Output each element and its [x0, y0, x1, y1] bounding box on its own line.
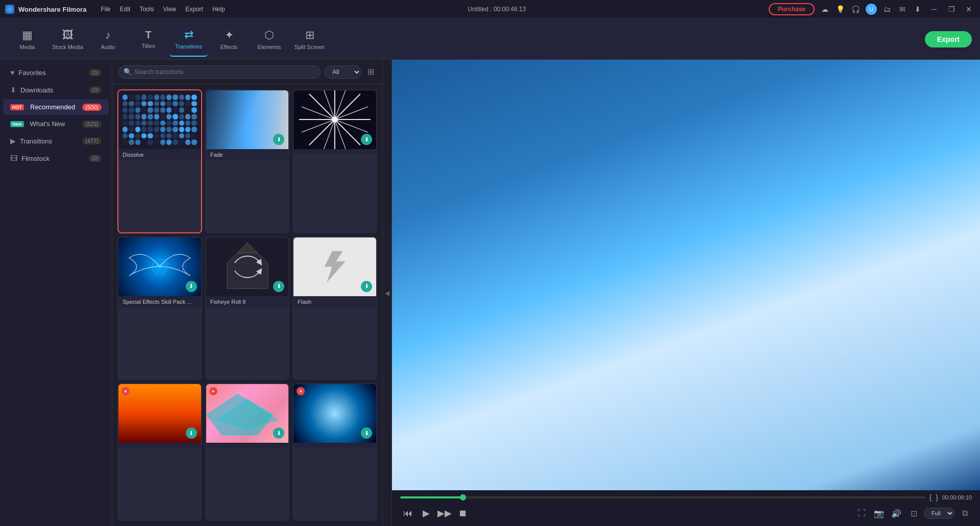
- sidebar-item-transitions[interactable]: ▶ Transitions (477): [3, 133, 109, 149]
- rewind-button[interactable]: ⏮: [400, 506, 415, 521]
- app-logo-icon: [5, 5, 14, 14]
- transitions-panel: 🔍 All Basic 3D ⊞ for(let i=0;i<96;i++) d…: [112, 60, 383, 526]
- search-input[interactable]: [118, 65, 321, 79]
- video-preview: [392, 60, 980, 490]
- filmstock-count: (0): [89, 155, 102, 162]
- titles-icon: T: [145, 29, 151, 41]
- export-button[interactable]: Export: [925, 31, 972, 47]
- mark-out-button[interactable]: }: [936, 493, 938, 501]
- search-icon: 🔍: [124, 68, 132, 76]
- cloud-icon[interactable]: ☁: [820, 4, 830, 14]
- tool-effects[interactable]: ✦ Effects: [210, 22, 248, 57]
- lightbulb-icon[interactable]: 💡: [835, 4, 845, 14]
- special-download-icon[interactable]: ⬇: [186, 281, 197, 292]
- tool-media[interactable]: ▦ Media: [8, 22, 46, 57]
- transition-thumb-sunburst: ⬇: [293, 90, 376, 149]
- progress-track[interactable]: [400, 496, 925, 498]
- transition-thumb-fire: ♥ ⬇: [118, 384, 201, 443]
- app-name: Wondershare Filmora: [18, 6, 86, 13]
- filter-dropdown[interactable]: All Basic 3D: [325, 65, 361, 79]
- controls-row: ⏮ ▶ ▶▶ ⏹ ⛶ 📷 🔊 ⊡ Full 1/2 1/4 ⧉: [400, 504, 972, 523]
- storage-icon[interactable]: 🗂: [882, 4, 892, 14]
- transition-card-dissolve[interactable]: for(let i=0;i<96;i++) document.write('<d…: [117, 89, 202, 233]
- transition-label-special: Special Effects Skill Pack ...: [118, 296, 201, 307]
- transition-card-burst[interactable]: ♥ ⬇: [292, 383, 377, 521]
- sidebar-item-filmstock[interactable]: 🎞 Filmstock (0): [3, 150, 109, 166]
- fire-download-icon[interactable]: ⬇: [186, 427, 197, 439]
- snapshot-button[interactable]: 📷: [872, 506, 886, 520]
- menu-tools[interactable]: Tools: [139, 6, 154, 13]
- volume-button[interactable]: 🔊: [889, 506, 903, 520]
- transition-label-fisheye: Fisheye Roll 8: [206, 296, 289, 307]
- transition-thumb-geo: ♥ ⬇: [206, 384, 289, 443]
- user-avatar[interactable]: U: [866, 4, 877, 15]
- menu-help[interactable]: Help: [212, 6, 225, 13]
- split-screen-label: Split Screen: [295, 44, 325, 50]
- download-icon[interactable]: ⬇: [913, 4, 923, 14]
- transition-thumb-flash: ⬇: [293, 237, 376, 296]
- grid-toggle-button[interactable]: ⊞: [365, 65, 376, 79]
- transition-thumb-dissolve: for(let i=0;i<96;i++) document.write('<d…: [118, 90, 201, 149]
- tool-split-screen[interactable]: ⊞ Split Screen: [290, 22, 329, 57]
- toolbar: ▦ Media 🖼 Stock Media ♪ Audio T Titles ⇄…: [0, 19, 980, 60]
- elements-label: Elements: [258, 44, 281, 50]
- effects-label: Effects: [220, 44, 237, 50]
- transitions-count: (477): [82, 137, 102, 145]
- transition-label-sunburst: [293, 149, 376, 154]
- sunburst-download-icon[interactable]: ⬇: [361, 134, 372, 145]
- tool-elements[interactable]: ⬡ Elements: [250, 22, 288, 57]
- quality-selector[interactable]: Full 1/2 1/4: [924, 508, 954, 519]
- purchase-button[interactable]: Purchase: [769, 3, 815, 15]
- transition-label-burst: [293, 443, 376, 448]
- sidebar-item-recommended[interactable]: HOT Recommended (500): [3, 99, 109, 115]
- sidebar-item-downloads[interactable]: ⬇ Downloads (0): [3, 82, 109, 98]
- geo-premium-icon: ♥: [209, 387, 217, 395]
- panel-collapse-button[interactable]: ◀: [383, 60, 392, 526]
- close-button[interactable]: ✕: [963, 3, 975, 15]
- audio-icon: ♪: [105, 29, 111, 42]
- stop-button[interactable]: ⏹: [455, 506, 471, 521]
- sidebar: ♥ Favorites (0) ⬇ Downloads (0) HOT Reco…: [0, 60, 112, 526]
- window-title: Untitled : 00:00:46:13: [468, 6, 526, 13]
- progress-thumb[interactable]: [460, 494, 466, 500]
- tool-audio[interactable]: ♪ Audio: [89, 22, 127, 57]
- notification-icon[interactable]: ✉: [897, 4, 908, 14]
- transition-thumb-burst: ♥ ⬇: [293, 384, 376, 443]
- transition-card-flash[interactable]: ⬇ Flash: [292, 236, 377, 380]
- menu-export[interactable]: Export: [185, 6, 203, 13]
- play-pause-button[interactable]: ▶: [419, 506, 434, 521]
- menu-edit[interactable]: Edit: [120, 6, 131, 13]
- whats-new-count: (525): [82, 121, 102, 128]
- fullscreen-button[interactable]: ⛶: [854, 506, 869, 520]
- pip-button[interactable]: ⧉: [958, 506, 972, 520]
- transition-card-fade[interactable]: ⬇ Fade: [205, 89, 290, 233]
- sidebar-item-favorites[interactable]: ♥ Favorites (0): [3, 64, 109, 81]
- minimize-button[interactable]: ─: [928, 3, 940, 15]
- flash-svg: [314, 249, 355, 284]
- effects-icon: ✦: [225, 29, 234, 42]
- tool-titles[interactable]: T Titles: [129, 22, 167, 57]
- flash-download-icon[interactable]: ⬇: [361, 281, 372, 292]
- menu-view[interactable]: View: [163, 6, 176, 13]
- mark-in-button[interactable]: {: [929, 493, 932, 501]
- transition-card-special[interactable]: ⬇ Special Effects Skill Pack ...: [117, 236, 202, 380]
- favorites-icon: ♥: [10, 68, 14, 77]
- transitions-icon: ⇄: [184, 28, 193, 41]
- tool-stock-media[interactable]: 🖼 Stock Media: [48, 22, 87, 57]
- fisheye-download-icon[interactable]: ⬇: [273, 281, 284, 292]
- headphones-icon[interactable]: 🎧: [850, 4, 861, 14]
- tool-transitions[interactable]: ⇄ Transitions: [169, 22, 208, 57]
- whats-new-label: What's New: [30, 120, 65, 128]
- elements-icon: ⬡: [264, 29, 274, 42]
- fit-button[interactable]: ⊡: [906, 506, 921, 520]
- menu-file[interactable]: File: [101, 6, 110, 13]
- transition-card-fisheye[interactable]: ⬇ Fisheye Roll 8: [205, 236, 290, 380]
- transition-card-fire[interactable]: ♥ ⬇: [117, 383, 202, 521]
- play-forward-button[interactable]: ▶▶: [437, 506, 452, 521]
- transition-card-geo[interactable]: ♥ ⬇: [205, 383, 290, 521]
- transitions-label: Transitions: [175, 43, 202, 50]
- sidebar-item-whats-new[interactable]: New What's New (525): [3, 116, 109, 132]
- recommended-label: Recommended: [30, 103, 75, 111]
- maximize-button[interactable]: ❐: [945, 3, 958, 15]
- transition-card-sunburst[interactable]: ⬇: [292, 89, 377, 233]
